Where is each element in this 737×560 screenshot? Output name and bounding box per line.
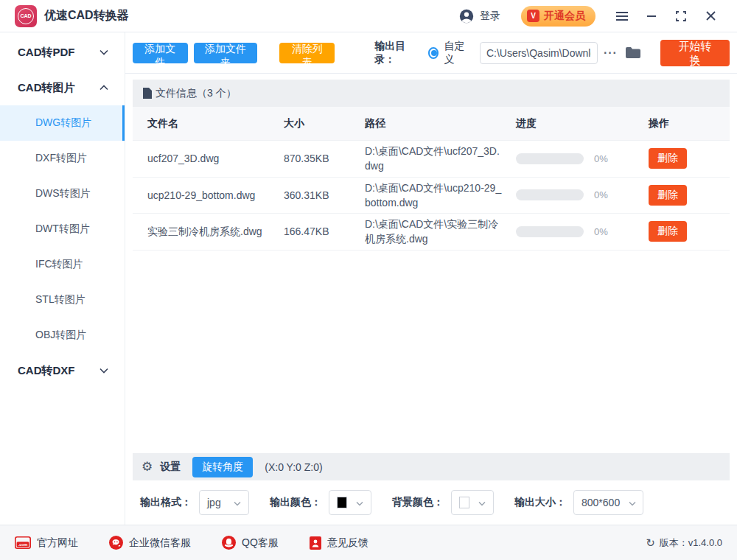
sidebar-item-cad-to-pdf[interactable]: CAD转PDF (0, 35, 125, 70)
sidebar-item-label: OBJ转图片 (35, 329, 86, 342)
background-color-label: 背景颜色： (392, 496, 444, 509)
wechat-support-label: 企业微信客服 (129, 536, 191, 550)
chevron-down-icon (356, 497, 363, 508)
minimize-icon[interactable] (637, 4, 666, 29)
login-button[interactable]: 登录 (458, 8, 500, 24)
sidebar: CAD转PDF CAD转图片 DWG转图片 DXF转图片 DWS转图片 DWT转… (0, 32, 125, 525)
feedback-icon (310, 536, 321, 550)
qq-icon (222, 536, 236, 550)
maximize-icon[interactable] (666, 4, 696, 29)
progress-percent: 0% (594, 226, 608, 237)
col-action: 操作 (649, 117, 730, 130)
svg-text:.com: .com (18, 542, 28, 547)
sidebar-item-ifc-to-image[interactable]: IFC转图片 (0, 247, 125, 282)
add-folder-button[interactable]: 添加文件夹 (194, 43, 258, 63)
output-color-swatch (337, 497, 347, 508)
file-name: ucf207_3D.dwg (147, 151, 284, 166)
browse-more-button[interactable]: ··· (604, 46, 618, 60)
open-folder-icon[interactable] (625, 46, 641, 59)
settings-label: 设置 (160, 461, 181, 474)
output-format-value: jpg (207, 497, 221, 508)
qq-support-label: QQ客服 (242, 536, 279, 550)
file-list-panel: 文件信息（3 个） 文件名 大小 路径 进度 操作 ucf207_3D.dwg … (125, 74, 737, 453)
output-dir-label: 输出目录： (374, 40, 419, 66)
table-row: 实验三制冷机房系统.dwg 166.47KB D:\桌面\CAD文件\实验三制冷… (133, 214, 730, 251)
sidebar-item-obj-to-image[interactable]: OBJ转图片 (0, 318, 125, 353)
rotation-values: (X:0 Y:0 Z:0) (265, 461, 322, 473)
clear-list-button[interactable]: 清除列表 (279, 43, 335, 63)
sidebar-item-cad-to-image[interactable]: CAD转图片 (0, 70, 125, 105)
add-file-button[interactable]: 添加文件 (133, 43, 188, 63)
rotate-angle-button[interactable]: 旋转角度 (192, 457, 253, 477)
sidebar-item-label: DWS转图片 (35, 187, 91, 200)
vip-label: 开通会员 (544, 10, 585, 23)
user-avatar-icon (458, 8, 475, 24)
sidebar-item-dws-to-image[interactable]: DWS转图片 (0, 176, 125, 211)
sidebar-item-label: STL转图片 (35, 293, 85, 307)
official-site-label: 官方网址 (37, 536, 78, 550)
version-label: 版本：v1.4.0.0 (660, 536, 722, 550)
output-color-label: 输出颜色： (270, 496, 321, 509)
delete-button[interactable]: 删除 (649, 148, 687, 169)
sidebar-item-dwt-to-image[interactable]: DWT转图片 (0, 211, 125, 247)
sidebar-item-label: DXF转图片 (35, 152, 87, 165)
progress-percent: 0% (594, 153, 608, 164)
custom-dir-radio[interactable] (428, 47, 439, 59)
app-logo-icon: CAD (15, 5, 37, 27)
delete-button[interactable]: 删除 (649, 185, 687, 206)
background-color-swatch (459, 497, 469, 508)
file-name: ucp210-29_bottom.dwg (147, 188, 284, 203)
close-icon[interactable] (696, 4, 725, 29)
col-size: 大小 (284, 117, 365, 130)
app-title: 优速CAD转换器 (44, 8, 129, 24)
chevron-down-icon (478, 497, 486, 508)
sidebar-item-label: IFC转图片 (35, 258, 83, 271)
open-vip-button[interactable]: V 开通会员 (521, 6, 595, 27)
progress-bar (516, 226, 584, 237)
file-path: D:\桌面\CAD文件\ucp210-29_bottom.dwg (365, 181, 516, 211)
qq-support-link[interactable]: QQ客服 (222, 536, 279, 550)
sidebar-item-dxf-to-image[interactable]: DXF转图片 (0, 141, 125, 176)
wechat-support-link[interactable]: 企业微信客服 (109, 536, 191, 550)
file-size: 166.47KB (284, 225, 365, 237)
toolbar: 添加文件 添加文件夹 清除列表 输出目录： 自定义 ··· 开始转换 (125, 32, 737, 74)
col-filename: 文件名 (147, 117, 284, 130)
output-format-label: 输出格式： (140, 496, 192, 509)
sidebar-item-label: CAD转图片 (18, 81, 75, 95)
progress-bar (516, 153, 584, 164)
table-row: ucp210-29_bottom.dwg 360.31KB D:\桌面\CAD文… (133, 178, 730, 214)
login-label: 登录 (480, 10, 500, 23)
sidebar-item-stl-to-image[interactable]: STL转图片 (0, 282, 125, 318)
output-color-select[interactable] (329, 490, 371, 515)
col-path: 路径 (365, 117, 516, 130)
sidebar-item-label: DWT转图片 (35, 223, 90, 236)
output-options-row: 输出格式： jpg 输出颜色： 背景颜色： (125, 480, 737, 525)
titlebar: CAD 优速CAD转换器 登录 V 开通会员 (0, 0, 737, 32)
start-convert-button[interactable]: 开始转换 (660, 40, 730, 66)
document-icon (143, 88, 152, 99)
col-progress: 进度 (516, 117, 649, 130)
output-path-input[interactable] (480, 42, 598, 64)
output-size-value: 800*600 (581, 497, 620, 508)
sidebar-item-cad-to-dxf[interactable]: CAD转DXF (0, 353, 125, 388)
feedback-link[interactable]: 意见反馈 (310, 536, 368, 550)
output-size-select[interactable]: 800*600 (573, 490, 643, 515)
sidebar-item-label: CAD转PDF (18, 46, 75, 60)
file-info-header: 文件信息（3 个） (133, 80, 730, 107)
footer: .com 官方网址 企业微信客服 QQ客服 意见反馈 ↻ 版本：v (0, 525, 737, 560)
file-path: D:\桌面\CAD文件\ucf207_3D.dwg (365, 144, 516, 174)
delete-button[interactable]: 删除 (649, 221, 687, 242)
refresh-icon[interactable]: ↻ (646, 536, 655, 550)
sidebar-item-label: CAD转DXF (18, 364, 75, 378)
chevron-down-icon (99, 368, 108, 374)
menu-icon[interactable] (607, 4, 637, 29)
website-com-icon: .com (15, 536, 31, 549)
sidebar-item-dwg-to-image[interactable]: DWG转图片 (0, 105, 125, 141)
window-controls (607, 4, 725, 29)
progress-bar (516, 189, 584, 200)
official-site-link[interactable]: .com 官方网址 (15, 536, 78, 550)
background-color-select[interactable] (451, 490, 494, 515)
progress-percent: 0% (594, 189, 608, 200)
file-size: 870.35KB (284, 153, 365, 164)
output-format-select[interactable]: jpg (199, 490, 249, 515)
